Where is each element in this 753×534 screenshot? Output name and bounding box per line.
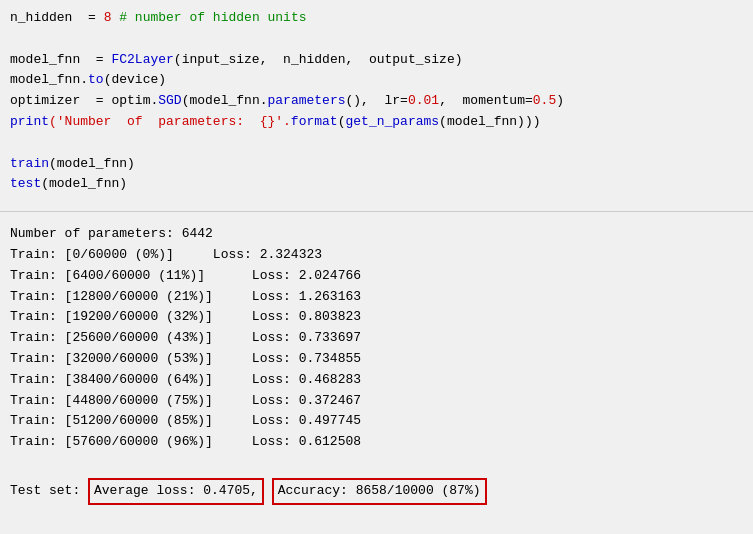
code-line-3: model_fnn.to(device) xyxy=(10,70,743,91)
blank-line-2 xyxy=(10,133,743,154)
avg-loss-box: Average loss: 0.4705, xyxy=(88,478,264,505)
code-line-5: print('Number of parameters: {}'.format(… xyxy=(10,112,743,133)
var-nhidden: n_hidden xyxy=(10,10,72,25)
test-set-line: Test set: Average loss: 0.4705, Accuracy… xyxy=(10,478,743,505)
code-section: n_hidden = 8 # number of hidden units mo… xyxy=(0,0,753,207)
output-train-0: Train: [0/60000 (0%)] Loss: 2.324323 xyxy=(10,245,743,266)
accuracy-box: Accuracy: 8658/10000 (87%) xyxy=(272,478,487,505)
output-train-2: Train: [12800/60000 (21%)] Loss: 1.26316… xyxy=(10,287,743,308)
comment-hidden-units: # number of hidden units xyxy=(111,10,306,25)
blank-line xyxy=(10,29,743,50)
code-line-7: test(model_fnn) xyxy=(10,174,743,195)
output-train-9: Train: [57600/60000 (96%)] Loss: 0.61250… xyxy=(10,432,743,453)
test-set-prefix: Test set: xyxy=(10,481,88,502)
output-train-5: Train: [32000/60000 (53%)] Loss: 0.73485… xyxy=(10,349,743,370)
output-train-3: Train: [19200/60000 (32%)] Loss: 0.80382… xyxy=(10,307,743,328)
output-train-6: Train: [38400/60000 (64%)] Loss: 0.46828… xyxy=(10,370,743,391)
output-params: Number of parameters: 6442 xyxy=(10,224,743,245)
output-train-1: Train: [6400/60000 (11%)] Loss: 2.024766 xyxy=(10,266,743,287)
output-section: Number of parameters: 6442 Train: [0/600… xyxy=(0,216,753,516)
code-line-2: model_fnn = FC2Layer(input_size, n_hidde… xyxy=(10,50,743,71)
code-line-4: optimizer = optim.SGD(model_fnn.paramete… xyxy=(10,91,743,112)
code-line-6: train(model_fnn) xyxy=(10,154,743,175)
blank-line-3 xyxy=(10,453,743,474)
output-train-7: Train: [44800/60000 (75%)] Loss: 0.37246… xyxy=(10,391,743,412)
code-line-1: n_hidden = 8 # number of hidden units xyxy=(10,8,743,29)
output-train-4: Train: [25600/60000 (43%)] Loss: 0.73369… xyxy=(10,328,743,349)
output-train-8: Train: [51200/60000 (85%)] Loss: 0.49774… xyxy=(10,411,743,432)
section-divider xyxy=(0,211,753,212)
